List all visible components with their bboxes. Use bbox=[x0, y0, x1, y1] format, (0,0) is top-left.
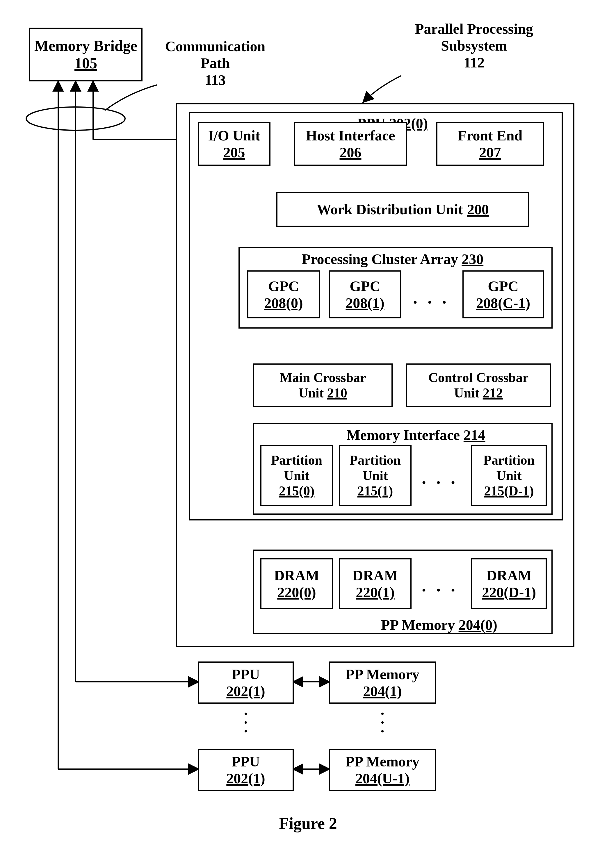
dram-d1-box: DRAM 220(D-1) bbox=[471, 558, 547, 609]
io-unit-title: I/O Unit bbox=[208, 127, 260, 144]
host-interface-box: Host Interface 206 bbox=[294, 122, 407, 166]
pu-ellipsis: . . . bbox=[422, 468, 458, 488]
wdu-box: Work Distribution Unit 200 bbox=[276, 192, 529, 227]
memory-bridge-ref: 105 bbox=[74, 55, 97, 72]
pu-0-box: Partition Unit 215(0) bbox=[260, 445, 333, 506]
wdu-title: Work Distribution Unit bbox=[317, 201, 463, 218]
front-end-ref: 207 bbox=[479, 144, 501, 161]
pps-label: Parallel Processing Subsystem 112 bbox=[399, 20, 550, 71]
main-xbar-box: Main Crossbar Unit 210 bbox=[253, 363, 393, 407]
front-end-title: Front End bbox=[458, 127, 523, 144]
ppmem-extra-1-box: PP Memory 204(U-1) bbox=[329, 749, 436, 791]
figure-caption: Figure 2 bbox=[0, 814, 616, 833]
memory-bridge-title: Memory Bridge bbox=[34, 37, 137, 55]
memory-bridge-box: Memory Bridge 105 bbox=[29, 28, 143, 82]
dram-1-box: DRAM 220(1) bbox=[339, 558, 411, 609]
ppu-extra-0-box: PPU 202(1) bbox=[198, 662, 294, 704]
ppmem0-title: PP Memory 204(0) bbox=[349, 616, 529, 633]
gpc-0-box: GPC 208(0) bbox=[247, 270, 320, 319]
io-unit-box: I/O Unit 205 bbox=[198, 122, 271, 166]
ctrl-xbar-box: Control Crossbar Unit 212 bbox=[406, 363, 551, 407]
gpc-1-box: GPC 208(1) bbox=[329, 270, 401, 319]
pu-1-box: Partition Unit 215(1) bbox=[339, 445, 411, 506]
pps-ref: 112 bbox=[399, 54, 550, 71]
ppu-vell: ··· bbox=[243, 710, 249, 736]
front-end-box: Front End 207 bbox=[436, 122, 544, 166]
comm-path-title-1: Communication bbox=[157, 38, 273, 55]
ppu-extra-1-box: PPU 202(1) bbox=[198, 749, 294, 791]
comm-path-title-2: Path bbox=[157, 55, 273, 72]
wdu-ref: 200 bbox=[467, 201, 489, 218]
pu-d1-box: Partition Unit 215(D-1) bbox=[471, 445, 547, 506]
pps-title-2: Subsystem bbox=[399, 37, 550, 54]
ppmem-extra-0-box: PP Memory 204(1) bbox=[329, 662, 436, 704]
comm-path-label: Communication Path 113 bbox=[157, 38, 273, 88]
comm-path-ref: 113 bbox=[157, 72, 273, 88]
ppmem-vell: ··· bbox=[380, 710, 385, 736]
mem-if-title: Memory Interface 214 bbox=[326, 426, 506, 443]
pca-title: Processing Cluster Array 230 bbox=[273, 251, 512, 268]
host-interface-ref: 206 bbox=[340, 144, 362, 161]
host-interface-title: Host Interface bbox=[306, 127, 395, 144]
gpc-ellipsis: . . . bbox=[413, 288, 449, 308]
gpc-c1-box: GPC 208(C-1) bbox=[462, 270, 544, 319]
pps-title-1: Parallel Processing bbox=[399, 20, 550, 37]
io-unit-ref: 205 bbox=[223, 144, 245, 161]
svg-point-0 bbox=[26, 107, 125, 130]
dram-ellipsis: . . . bbox=[422, 576, 458, 596]
dram-0-box: DRAM 220(0) bbox=[260, 558, 333, 609]
